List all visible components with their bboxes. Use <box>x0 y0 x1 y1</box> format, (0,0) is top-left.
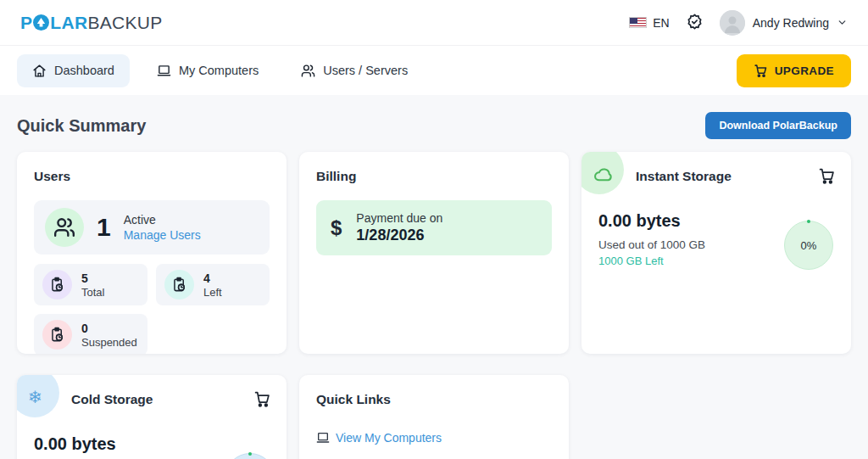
download-polarbackup-button[interactable]: Download PolarBackup <box>705 112 851 139</box>
payment-due-label: Payment due on <box>356 211 442 225</box>
instant-storage-title: Instant Storage <box>636 169 732 184</box>
nav-label-my-computers: My Computers <box>179 64 259 77</box>
cold-used-bytes: 0.00 bytes <box>34 434 270 454</box>
clipboard-clock-icon <box>164 270 194 299</box>
users-icon <box>301 64 315 78</box>
app-header: P LAR BACKUP EN Andy Redwing <box>0 0 868 46</box>
logo-text-lar: LAR <box>50 13 87 33</box>
dashboard-content: Quick Summary Download PolarBackup Users… <box>0 95 868 459</box>
nav-tab-my-computers[interactable]: My Computers <box>142 54 274 87</box>
clipboard-clock-icon <box>42 270 72 299</box>
left-value: 4 <box>203 271 222 285</box>
laptop-icon <box>157 64 171 78</box>
user-menu[interactable]: Andy Redwing <box>720 10 848 36</box>
view-my-computers-link[interactable]: View My Computers <box>336 431 442 445</box>
logo-text-p: P <box>20 13 32 33</box>
suspended-label: Suspended <box>81 336 137 349</box>
badge-check-icon[interactable] <box>685 13 704 32</box>
home-icon <box>32 64 47 78</box>
language-code: EN <box>653 16 669 30</box>
upgrade-label: UPGRADE <box>775 64 834 77</box>
quick-links-card: Quick Links View My Computers <box>299 375 569 459</box>
user-name: Andy Redwing <box>753 16 829 30</box>
suspended-value: 0 <box>81 322 137 335</box>
users-card: Users 1 Active Manage Users 5 <box>17 152 287 354</box>
cold-storage-card: ❄ Cold Storage 0.00 bytes <box>17 375 287 459</box>
active-users-count: 1 <box>97 213 111 242</box>
instant-usage-percent: 0% <box>784 221 833 270</box>
cart-icon[interactable] <box>818 167 836 185</box>
main-nav: Dashboard My Computers Users / Servers U… <box>0 46 868 95</box>
logo-arrow-icon <box>33 14 49 31</box>
billing-card-title: Billing <box>316 169 552 184</box>
polarbackup-logo[interactable]: P LAR BACKUP <box>20 13 163 33</box>
billing-card: Billing $ Payment due on 1/28/2026 <box>299 152 569 354</box>
language-selector[interactable]: EN <box>629 16 669 30</box>
cold-storage-title: Cold Storage <box>71 392 153 407</box>
progress-dot <box>807 220 810 223</box>
manage-users-link[interactable]: Manage Users <box>124 228 201 242</box>
left-label: Left <box>203 286 222 299</box>
laptop-icon <box>316 431 330 445</box>
chevron-down-icon <box>837 17 848 28</box>
active-label: Active <box>124 213 201 227</box>
snowflake-icon: ❄ <box>28 387 42 407</box>
users-left-stat: 4 Left <box>156 264 270 305</box>
progress-dot <box>248 452 252 456</box>
clipboard-clock-icon <box>42 320 72 350</box>
nav-tab-dashboard[interactable]: Dashboard <box>17 54 130 87</box>
total-label: Total <box>81 286 104 299</box>
users-card-title: Users <box>34 169 270 184</box>
cold-usage-percent <box>225 453 275 459</box>
total-value: 5 <box>81 271 104 285</box>
page-title: Quick Summary <box>17 116 146 136</box>
us-flag-icon <box>629 17 647 28</box>
upgrade-button[interactable]: UPGRADE <box>737 54 851 87</box>
nav-label-dashboard: Dashboard <box>54 64 114 77</box>
users-icon <box>45 208 84 247</box>
cart-icon[interactable] <box>253 390 271 408</box>
quick-links-title: Quick Links <box>316 392 552 407</box>
nav-label-users-servers: Users / Servers <box>323 64 408 77</box>
payment-due-box: $ Payment due on 1/28/2026 <box>316 200 552 255</box>
avatar <box>720 10 745 36</box>
logo-text-backup: BACKUP <box>87 13 162 33</box>
nav-tab-users-servers[interactable]: Users / Servers <box>286 54 423 87</box>
users-suspended-stat: 0 Suspended <box>34 314 147 354</box>
active-users-row: 1 Active Manage Users <box>34 200 270 255</box>
cart-icon <box>754 64 768 78</box>
instant-storage-card: Instant Storage 0.00 bytes Used out of 1… <box>581 152 851 354</box>
payment-due-date: 1/28/2026 <box>356 227 442 244</box>
cloud-icon <box>593 164 614 185</box>
dollar-icon: $ <box>331 216 342 240</box>
users-total-stat: 5 Total <box>34 264 147 305</box>
